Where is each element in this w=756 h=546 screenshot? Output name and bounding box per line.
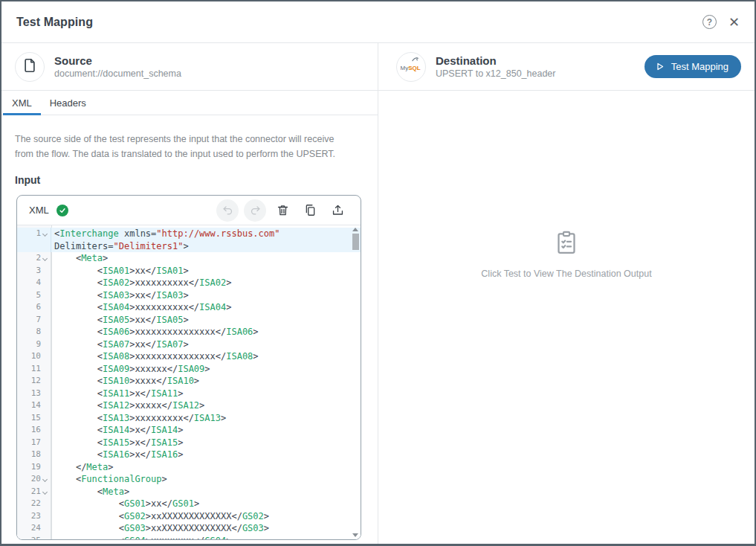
code-line-18: 18 <ISA16>x</ISA16> xyxy=(17,449,361,461)
code-line-9: 9 <ISA07>xx</ISA07> xyxy=(17,338,361,351)
editor-language-label: XML xyxy=(29,205,49,216)
undo-icon xyxy=(222,204,234,216)
copy-button[interactable] xyxy=(299,199,321,222)
code-line-5: 5 <ISA03>xx</ISA03> xyxy=(17,289,361,302)
source-description: The source side of the test represents t… xyxy=(15,132,352,161)
line-number: 22 xyxy=(17,498,51,510)
source-panel: XML Headers The source side of the test … xyxy=(1,91,378,544)
empty-state-text: Click Test to View The Destination Outpu… xyxy=(378,269,755,279)
dialog-titlebar: Test Mapping ? ✕ xyxy=(1,1,755,43)
test-mapping-button[interactable]: Test Mapping xyxy=(644,55,741,78)
code-line-15: 15 <ISA13>xxxxxxxxx</ISA13> xyxy=(17,412,361,425)
code-line-6: 6 <ISA04>xxxxxxxxxx</ISA04> xyxy=(17,301,361,314)
code-line-1: 1<Interchange xmlns="http://www.rssbus.c… xyxy=(17,228,361,252)
destination-avatar: MySQL xyxy=(396,52,426,82)
line-number: 14 xyxy=(17,399,51,412)
source-texts: Source document://document_schema xyxy=(54,54,181,80)
redo-button[interactable] xyxy=(244,199,266,222)
test-mapping-button-label: Test Mapping xyxy=(671,61,728,72)
code-line-20: 20 <FunctionalGroup> xyxy=(17,473,361,486)
input-heading: Input xyxy=(15,174,378,186)
line-number: 12 xyxy=(17,375,51,388)
dialog-title: Test Mapping xyxy=(16,16,702,29)
undo-button[interactable] xyxy=(216,199,239,222)
code-line-25: 25 <GS04>xxxxxxxx</GS04> xyxy=(17,535,361,540)
source-avatar xyxy=(15,52,45,82)
code-line-4: 4 <ISA02>xxxxxxxxxx</ISA02> xyxy=(17,277,361,289)
source-title: Source xyxy=(54,54,181,68)
test-mapping-dialog: Test Mapping ? ✕ Source document://docum… xyxy=(0,0,756,546)
destination-header: MySQL Destination UPSERT to x12_850_head… xyxy=(378,43,755,90)
code-line-22: 22 <GS01>xx</GS01> xyxy=(17,498,361,510)
code-line-21: 21 <Meta> xyxy=(17,486,361,498)
code-line-2: 2 <Meta> xyxy=(17,252,361,265)
destination-panel: Click Test to View The Destination Outpu… xyxy=(378,91,755,544)
line-number: 4 xyxy=(17,277,51,289)
scroll-down-icon[interactable] xyxy=(352,533,358,537)
redo-icon xyxy=(249,204,262,216)
source-subtitle: document://document_schema xyxy=(54,68,181,80)
dialog-body: XML Headers The source side of the test … xyxy=(1,91,755,544)
mysql-logo-icon: MySQL xyxy=(397,51,425,83)
code-line-16: 16 <ISA14>x</ISA14> xyxy=(17,424,361,437)
close-icon[interactable]: ✕ xyxy=(728,16,740,29)
code-line-7: 7 <ISA05>xx</ISA05> xyxy=(17,314,361,327)
line-number: 21 xyxy=(17,486,51,498)
code-line-14: 14 <ISA12>xxxxx</ISA12> xyxy=(17,399,361,412)
tab-headers[interactable]: Headers xyxy=(41,91,95,115)
valid-check-icon xyxy=(56,205,68,216)
code-area[interactable]: 1<Interchange xmlns="http://www.rssbus.c… xyxy=(17,225,361,539)
editor-scrollbar[interactable] xyxy=(351,228,360,537)
line-number: 1 xyxy=(17,228,51,252)
line-number: 11 xyxy=(17,363,51,376)
line-number: 13 xyxy=(17,388,51,400)
source-tabbar: XML Headers xyxy=(1,91,378,115)
play-icon xyxy=(654,61,665,72)
fold-chevron-icon[interactable] xyxy=(42,477,48,482)
fold-chevron-icon[interactable] xyxy=(42,256,48,261)
destination-title: Destination xyxy=(436,54,555,68)
line-number: 9 xyxy=(17,338,51,351)
code-line-19: 19 </Meta> xyxy=(17,461,361,474)
clipboard-icon xyxy=(553,245,580,258)
line-number: 23 xyxy=(17,510,51,523)
line-number: 5 xyxy=(17,289,51,302)
line-number: 19 xyxy=(17,461,51,474)
code-line-12: 12 <ISA10>xxxx</ISA10> xyxy=(17,375,361,388)
destination-subtitle: UPSERT to x12_850_header xyxy=(436,68,555,80)
fold-chevron-icon[interactable] xyxy=(42,489,48,494)
tab-xml[interactable]: XML xyxy=(3,91,41,115)
upload-button[interactable] xyxy=(326,199,349,222)
copy-icon xyxy=(303,203,317,217)
line-number: 24 xyxy=(17,522,51,535)
code-line-24: 24 <GS03>xxXXXXXXXXXXXXX</GS03> xyxy=(17,522,361,535)
line-number: 17 xyxy=(17,437,51,449)
line-number: 16 xyxy=(17,424,51,437)
scroll-up-icon[interactable] xyxy=(352,228,358,231)
fold-chevron-icon[interactable] xyxy=(42,231,48,237)
line-number: 10 xyxy=(17,350,51,363)
code-line-8: 8 <ISA06>xxxxxxxxxxxxxxx</ISA06> xyxy=(17,326,361,338)
line-number: 2 xyxy=(17,252,51,265)
line-number: 6 xyxy=(17,301,51,314)
scrollbar-thumb[interactable] xyxy=(352,234,359,250)
code-line-17: 17 <ISA15>x</ISA15> xyxy=(17,437,361,449)
line-number: 15 xyxy=(17,412,51,425)
upload-icon xyxy=(331,203,345,217)
xml-input-editor: XML xyxy=(16,195,361,540)
line-number: 7 xyxy=(17,314,51,327)
line-number: 18 xyxy=(17,449,51,461)
code-line-11: 11 <ISA09>xxxxxx</ISA09> xyxy=(17,363,361,376)
help-icon[interactable]: ? xyxy=(702,15,717,29)
code-line-10: 10 <ISA08>xxxxxxxxxxxxxxx</ISA08> xyxy=(17,350,361,363)
endpoints-band: Source document://document_schema MySQL … xyxy=(1,43,755,91)
line-number: 8 xyxy=(17,326,51,338)
code-rows: 1<Interchange xmlns="http://www.rssbus.c… xyxy=(17,228,361,539)
code-line-23: 23 <GS02>xxXXXXXXXXXXXXX</GS02> xyxy=(17,510,361,523)
delete-button[interactable] xyxy=(271,199,294,222)
code-line-13: 13 <ISA11>x</ISA11> xyxy=(17,388,361,400)
source-header: Source document://document_schema xyxy=(1,43,378,90)
tab-headers-label: Headers xyxy=(50,97,86,109)
line-number: 20 xyxy=(17,473,51,486)
tab-xml-label: XML xyxy=(12,97,32,109)
